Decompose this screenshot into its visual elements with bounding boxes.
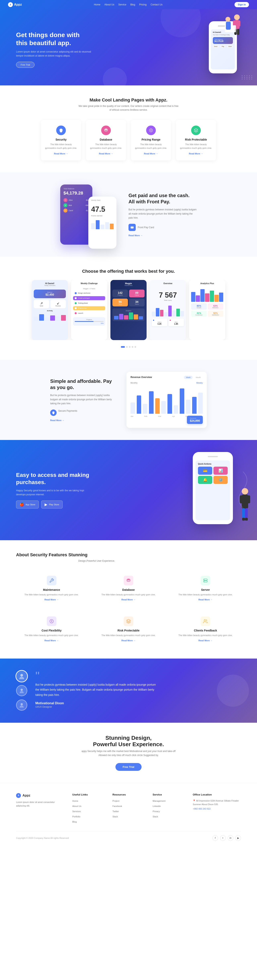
footer-service-privacy[interactable]: Privacy xyxy=(153,810,160,813)
chart-label-mar: Mar xyxy=(158,415,161,417)
cost-read-more[interactable]: Read More → xyxy=(45,639,59,642)
phone-btn-2[interactable]: Pay xyxy=(220,45,225,48)
big-number: 47.5 xyxy=(91,205,113,213)
payment-phones: Total Balance $4,179.28 A Alice -$24 B B… xyxy=(60,185,117,245)
avatar-1: A xyxy=(64,198,67,202)
svg-point-7 xyxy=(225,17,230,22)
overview-chart xyxy=(152,304,184,317)
clients-read-more[interactable]: Read More → xyxy=(198,639,212,642)
footer-link-portfolio[interactable]: Portfolio xyxy=(72,815,80,818)
feature-pricing-read-more[interactable]: Read More → xyxy=(144,153,158,155)
brand-logo[interactable]: A Appz xyxy=(8,2,22,7)
slider-dot-4[interactable] xyxy=(132,346,133,348)
nav-service[interactable]: Service xyxy=(118,3,126,6)
slider-dot-1[interactable] xyxy=(121,346,125,348)
screen-3-chart: Analytics xyxy=(112,309,145,321)
avatar-2: B xyxy=(64,203,67,207)
svg-point-28 xyxy=(21,689,23,691)
footer-resource-project[interactable]: Project xyxy=(112,800,119,802)
chart-period-selector: Week Month xyxy=(184,376,203,379)
offering-screens: Hi Daniel! Today overview Balance $2,450… xyxy=(8,280,249,340)
payment-phone-1: Total Balance $4,179.28 A Alice -$24 B B… xyxy=(60,185,93,245)
stunning-cta-button[interactable]: Free Trial xyxy=(115,763,142,771)
s5-stat-1: 85% Growth xyxy=(191,304,207,310)
footer-resource-twitter[interactable]: Twitter xyxy=(112,810,119,813)
hero-section: Get things done with this beautiful app.… xyxy=(0,9,257,86)
footer-service-linkedin[interactable]: Linkedin xyxy=(153,805,161,807)
slider-dot-5[interactable] xyxy=(134,346,136,348)
logo-circle: A xyxy=(8,2,13,7)
sec-database-read-more[interactable]: Read More → xyxy=(121,598,136,601)
quick-action-2[interactable]: 📊 xyxy=(214,467,228,475)
transaction-row-3: C Carol -$12 xyxy=(64,208,89,213)
social-youtube[interactable]: ▶ xyxy=(235,835,241,841)
overview-item-val-1: 4.2K xyxy=(153,323,166,325)
slider-dot-3[interactable] xyxy=(129,346,131,348)
period-monthly-btn[interactable]: Month xyxy=(194,376,203,379)
footer-link-services[interactable]: Services xyxy=(72,810,81,813)
screen-1-title: Hi Daniel! xyxy=(34,282,66,285)
footer-useful-links-list: Home About Us Services Portfolio Blog xyxy=(72,799,104,823)
social-linkedin[interactable]: in xyxy=(228,835,233,841)
big-stat-number: 7 567 xyxy=(152,291,184,299)
simple-read-more[interactable]: Read More → xyxy=(50,419,64,422)
nav-about[interactable]: About Us xyxy=(104,3,114,6)
footer-service-slack[interactable]: Slack xyxy=(153,815,158,818)
footer-service-list: Management Linkedin Privacy Slack xyxy=(153,799,185,818)
chart-badge-label: Revenue xyxy=(190,417,200,419)
footer-resources-title: Resources xyxy=(112,793,145,796)
footer-resource-facebook[interactable]: Facebook xyxy=(112,805,122,807)
slider-dot-2[interactable] xyxy=(126,346,128,348)
footer-resource-slack[interactable]: Slack xyxy=(112,815,118,818)
task-text-1: Design wireframe xyxy=(78,292,90,294)
feature-database-read-more[interactable]: Read More → xyxy=(99,153,113,155)
app-store-button[interactable]: 🍎 App Store xyxy=(16,501,39,509)
stunning-description: appy Security helps me with the market b… xyxy=(78,749,179,757)
s5-stat-2: 63% Retention xyxy=(208,304,223,310)
hero-cta-button[interactable]: Free Trial xyxy=(16,62,35,68)
nav-home[interactable]: Home xyxy=(94,3,101,6)
quote-mark: " xyxy=(35,673,156,679)
footer-link-blog[interactable]: Blog xyxy=(72,821,77,823)
footer-brand: A Appz Lorem ipsum dolor sit amet consec… xyxy=(16,793,64,825)
signin-button[interactable]: Sign in xyxy=(235,2,249,7)
app-text: Easy to access and making purchases. Hap… xyxy=(16,471,93,509)
period-weekly-btn[interactable]: Week xyxy=(184,376,193,379)
social-twitter[interactable]: t xyxy=(220,835,226,841)
payment-read-more[interactable]: Read More → xyxy=(129,234,142,237)
feature-risk-read-more[interactable]: Read More → xyxy=(189,153,203,155)
payment-label-2: Weekly Stats xyxy=(91,199,113,201)
phone-btn-3[interactable]: More xyxy=(227,45,233,48)
nav-pricing[interactable]: Pricing xyxy=(139,3,147,6)
testimonial-avatar-2[interactable] xyxy=(16,685,27,696)
social-facebook[interactable]: f xyxy=(212,835,218,841)
server-read-more[interactable]: Read More → xyxy=(198,598,212,601)
phone-btn-1[interactable]: Send xyxy=(213,45,219,48)
testimonial-avatar-1[interactable] xyxy=(16,670,28,682)
screen-4-body: 7 567 Total Users Active xyxy=(150,286,186,328)
task-dot-2 xyxy=(75,297,77,299)
screen-1-action-receive[interactable]: ↙ Receive xyxy=(50,300,66,308)
testimonial-avatars xyxy=(16,671,27,711)
testimonial-avatar-3[interactable] xyxy=(16,700,27,711)
task-item-3: Testing phase xyxy=(73,301,105,305)
quick-action-3[interactable]: 🔔 xyxy=(198,476,212,484)
chart-label-jan: Jan xyxy=(131,415,134,417)
footer-link-home[interactable]: Home xyxy=(72,800,78,802)
feature-security-read-more[interactable]: Read More → xyxy=(54,153,68,155)
screen-5-body: 85% Growth 63% Retention 41% Conversion … xyxy=(189,286,225,318)
security-item-server: Server The little kitten beauty gymnasti… xyxy=(170,571,241,606)
screen-1-body: Balance $2,450 ↗ Send ↙ Receive Activity xyxy=(32,288,68,322)
nav-blog[interactable]: Blog xyxy=(130,3,135,6)
transaction-row-2: B Bob +$89 xyxy=(64,203,89,207)
quick-action-1[interactable]: 💳 xyxy=(198,467,212,475)
quick-action-4[interactable]: ⚙️ xyxy=(214,476,228,484)
maintenance-read-more[interactable]: Read More → xyxy=(45,598,59,601)
play-store-button[interactable]: ▶ Play Store xyxy=(41,501,63,509)
nav-contact[interactable]: Contact Us xyxy=(151,3,163,6)
screen-1-action-send[interactable]: ↗ Send xyxy=(34,300,49,308)
footer-link-about[interactable]: About Us xyxy=(72,805,81,807)
s5-lbl-2: Retention xyxy=(209,307,222,309)
sec-risk-read-more[interactable]: Read More → xyxy=(121,639,136,642)
footer-service-management[interactable]: Management xyxy=(153,800,166,802)
